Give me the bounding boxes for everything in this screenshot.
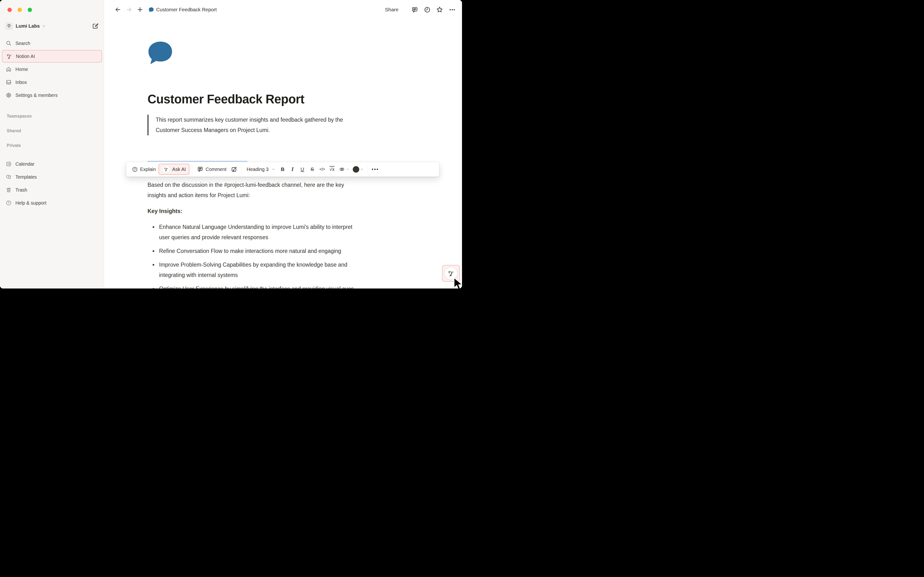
svg-text:?: ?	[8, 201, 10, 205]
page-bubble-icon	[147, 6, 155, 13]
help-icon: ?	[5, 200, 12, 206]
sidebar-item-inbox[interactable]: Inbox	[2, 76, 102, 89]
document-page-icon[interactable]	[147, 41, 417, 64]
calendar-19-icon: 19	[5, 161, 12, 167]
toolbar-divider	[241, 165, 242, 174]
selection-toolbar: ? Explain Ask AI Comm	[126, 162, 439, 177]
zoom-window-button[interactable]	[27, 8, 32, 12]
chevron-down-icon	[272, 168, 275, 171]
sidebar-item-label: Help & support	[15, 200, 47, 206]
toolbar-divider	[192, 165, 192, 174]
notion-ai-face-icon	[6, 53, 13, 60]
chevron-down-icon	[42, 24, 46, 28]
history-clock-icon[interactable]	[423, 6, 431, 13]
document-title[interactable]: Customer Feedback Report	[147, 92, 417, 106]
key-insights-label[interactable]: Key Insights:	[147, 206, 417, 216]
sidebar-item-label: Calendar	[15, 161, 34, 167]
suggest-edits-icon[interactable]	[229, 164, 239, 175]
main-area: Customer Feedback Report Share	[104, 0, 462, 288]
sidebar-item-calendar[interactable]: 19 Calendar	[2, 158, 102, 170]
sidebar-item-label: Home	[15, 67, 28, 72]
code-button[interactable]: </>	[317, 164, 327, 175]
underline-button[interactable]: U	[297, 164, 307, 175]
list-item[interactable]: Refine Conversation Flow to make interac…	[159, 246, 417, 256]
workspace-switcher[interactable]: Lumi Labs	[0, 22, 104, 30]
explain-button[interactable]: ? Explain	[129, 164, 158, 175]
list-item[interactable]: Enhance Natural Language Understanding t…	[159, 222, 417, 243]
topbar-actions: Share	[385, 6, 456, 13]
sidebar-item-label: Notion AI	[16, 53, 35, 59]
sidebar-section-teamspaces[interactable]: Teamspaces	[0, 113, 104, 120]
equation-button[interactable]: √x	[327, 164, 337, 175]
new-page-icon[interactable]	[136, 6, 144, 13]
text-color-button[interactable]	[351, 164, 365, 175]
toolbar-divider	[368, 165, 368, 174]
quote-block[interactable]: This report summarizes key customer insi…	[147, 115, 417, 135]
screen: Lumi Labs Search	[0, 0, 462, 288]
topbar: Customer Feedback Report Share	[104, 0, 462, 19]
lightbulb-icon	[5, 23, 13, 30]
workspace-name: Lumi Labs	[16, 23, 40, 29]
minimize-window-button[interactable]	[18, 8, 22, 12]
sidebar-section-shared[interactable]: Shared	[0, 127, 104, 135]
notion-ai-face-icon	[162, 165, 170, 173]
back-icon[interactable]	[114, 6, 121, 13]
sidebar-item-templates[interactable]: Templates	[2, 171, 102, 183]
home-icon	[5, 66, 12, 73]
favorite-star-icon[interactable]	[436, 6, 443, 13]
trash-icon	[5, 187, 12, 193]
sidebar-item-help[interactable]: ? Help & support	[2, 197, 102, 209]
intro-paragraph[interactable]: Based on the discussion in the #project-…	[147, 180, 417, 200]
window-controls	[8, 8, 32, 12]
sidebar-nav: Search Notion AI Home	[0, 37, 104, 102]
comment-button[interactable]: Comment	[194, 164, 229, 175]
compose-icon[interactable]	[92, 23, 99, 29]
sidebar-section-private[interactable]: Private	[0, 142, 104, 149]
inbox-icon	[5, 79, 12, 85]
block-type-dropdown[interactable]: Heading 3	[244, 164, 278, 175]
document-content: Customer Feedback Report This report sum…	[104, 41, 462, 288]
sidebar-item-search[interactable]: Search	[2, 37, 102, 50]
sidebar-item-trash[interactable]: Trash	[2, 184, 102, 196]
svg-text:?: ?	[134, 168, 136, 171]
gear-icon	[5, 92, 12, 98]
italic-button[interactable]: I	[288, 164, 297, 175]
color-swatch	[353, 166, 359, 172]
chevron-down-icon	[360, 168, 363, 171]
ask-ai-button[interactable]: Ask AI	[158, 164, 190, 175]
sidebar-item-label: Inbox	[15, 80, 27, 85]
link-button[interactable]	[337, 164, 351, 175]
close-window-button[interactable]	[8, 8, 12, 12]
comments-icon[interactable]	[411, 6, 418, 13]
sidebar-item-label: Templates	[15, 174, 37, 180]
sidebar-item-label: Settings & members	[15, 93, 58, 98]
toolbar-more-button[interactable]: •••	[370, 164, 380, 175]
notion-window: Lumi Labs Search	[0, 0, 462, 288]
sidebar-footer-nav: 19 Calendar Templates Trash ? H	[0, 157, 104, 210]
chevron-down-icon	[346, 168, 349, 171]
topbar-page-title: Customer Feedback Report	[156, 7, 217, 13]
sidebar-item-home[interactable]: Home	[2, 63, 102, 76]
sidebar-item-notion-ai[interactable]: Notion AI	[2, 50, 102, 63]
templates-icon	[5, 174, 12, 180]
sidebar-item-settings[interactable]: Settings & members	[2, 89, 102, 102]
more-options-icon[interactable]	[449, 6, 456, 13]
sidebar-item-label: Trash	[15, 187, 27, 193]
sidebar-sections: Teamspaces Shared Private	[0, 113, 104, 156]
strikethrough-button[interactable]: S	[307, 164, 317, 175]
list-item[interactable]: Optimize User Experience by simplifying …	[159, 284, 417, 288]
list-item[interactable]: Improve Problem-Solving Capabilities by …	[159, 259, 417, 280]
mouse-cursor	[453, 277, 462, 288]
sidebar-item-label: Search	[15, 40, 30, 46]
forward-icon[interactable]	[125, 6, 132, 13]
bold-button[interactable]: B	[278, 164, 288, 175]
share-button[interactable]: Share	[385, 7, 399, 13]
search-icon	[5, 40, 12, 47]
svg-text:19: 19	[7, 163, 10, 165]
insights-list: Enhance Natural Language Understanding t…	[147, 222, 417, 288]
sidebar: Lumi Labs Search	[0, 0, 104, 288]
